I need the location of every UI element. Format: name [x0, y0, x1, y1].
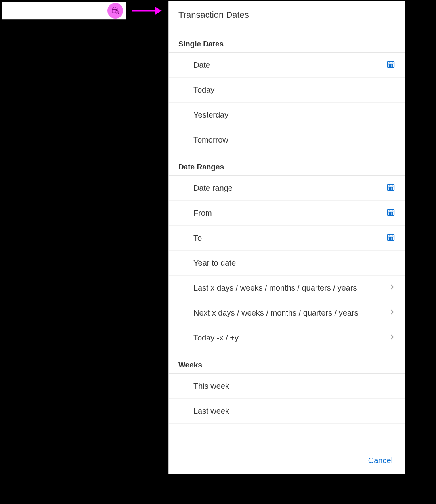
- calendar-icon: [386, 233, 395, 243]
- option-last-week[interactable]: Last week: [169, 399, 405, 424]
- chevron-right-icon: [389, 284, 395, 292]
- option-label: Date: [193, 55, 213, 75]
- option-label: Today -x / +y: [193, 328, 242, 348]
- panel-footer: Cancel: [169, 447, 405, 474]
- option-label: Last x days / weeks / months / quarters …: [193, 278, 360, 298]
- option-from[interactable]: From: [169, 201, 405, 226]
- svg-point-41: [389, 237, 390, 238]
- svg-point-25: [390, 189, 391, 190]
- date-input-trigger[interactable]: [2, 2, 126, 20]
- svg-point-31: [389, 212, 390, 213]
- svg-point-44: [389, 239, 390, 240]
- svg-point-13: [392, 64, 393, 65]
- option-last-x[interactable]: Last x days / weeks / months / quarters …: [169, 276, 405, 300]
- group-header-single: Single Dates: [169, 29, 405, 53]
- option-today-xy[interactable]: Today -x / +y: [169, 325, 405, 350]
- svg-point-26: [392, 189, 393, 190]
- svg-point-34: [389, 214, 390, 215]
- calendar-icon: [386, 208, 395, 218]
- svg-point-46: [392, 239, 393, 240]
- option-label: To: [193, 228, 205, 248]
- option-label: Yesterday: [193, 105, 231, 125]
- svg-point-11: [389, 64, 390, 65]
- option-date-range[interactable]: Date range: [169, 176, 405, 201]
- svg-point-32: [390, 212, 391, 213]
- svg-point-21: [389, 187, 390, 188]
- option-today[interactable]: Today: [169, 78, 405, 103]
- svg-point-43: [392, 237, 393, 238]
- option-next-x[interactable]: Next x days / weeks / months / quarters …: [169, 300, 405, 325]
- svg-point-14: [389, 66, 390, 67]
- calendar-search-icon: [107, 3, 123, 19]
- calendar-icon: [386, 183, 395, 193]
- svg-point-45: [390, 239, 391, 240]
- group-header-ranges: Date Ranges: [169, 152, 405, 176]
- option-label: Date range: [193, 178, 236, 198]
- chevron-right-icon: [389, 334, 395, 342]
- option-tomorrow[interactable]: Tomorrow: [169, 127, 405, 152]
- svg-point-36: [392, 214, 393, 215]
- svg-point-24: [389, 189, 390, 190]
- transaction-dates-panel: Transaction Dates Single Dates Date Toda…: [168, 1, 405, 474]
- cancel-button[interactable]: Cancel: [366, 455, 395, 467]
- chevron-right-icon: [389, 309, 395, 317]
- option-date[interactable]: Date: [169, 53, 405, 78]
- option-label: This week: [193, 376, 232, 396]
- svg-point-15: [390, 66, 391, 67]
- svg-point-33: [392, 212, 393, 213]
- option-label: Next x days / weeks / months / quarters …: [193, 303, 361, 323]
- arrow-icon: [131, 5, 163, 17]
- group-header-weeks: Weeks: [169, 350, 405, 374]
- option-label: Year to date: [193, 253, 239, 273]
- option-this-week[interactable]: This week: [169, 374, 405, 399]
- svg-point-22: [390, 187, 391, 188]
- calendar-icon: [386, 60, 395, 70]
- svg-point-16: [392, 66, 393, 67]
- panel-title: Transaction Dates: [169, 1, 405, 29]
- option-label: From: [193, 203, 215, 223]
- option-yesterday[interactable]: Yesterday: [169, 103, 405, 127]
- option-label: Today: [193, 80, 218, 100]
- option-year-to-date[interactable]: Year to date: [169, 251, 405, 276]
- panel-body: Single Dates Date Today Yesterday Tomorr…: [169, 29, 405, 447]
- svg-point-12: [390, 64, 391, 65]
- svg-point-23: [392, 187, 393, 188]
- svg-point-42: [390, 237, 391, 238]
- svg-line-5: [118, 13, 119, 14]
- option-to[interactable]: To: [169, 226, 405, 251]
- option-label: Tomorrow: [193, 130, 231, 150]
- svg-point-35: [390, 214, 391, 215]
- option-label: Last week: [193, 401, 232, 421]
